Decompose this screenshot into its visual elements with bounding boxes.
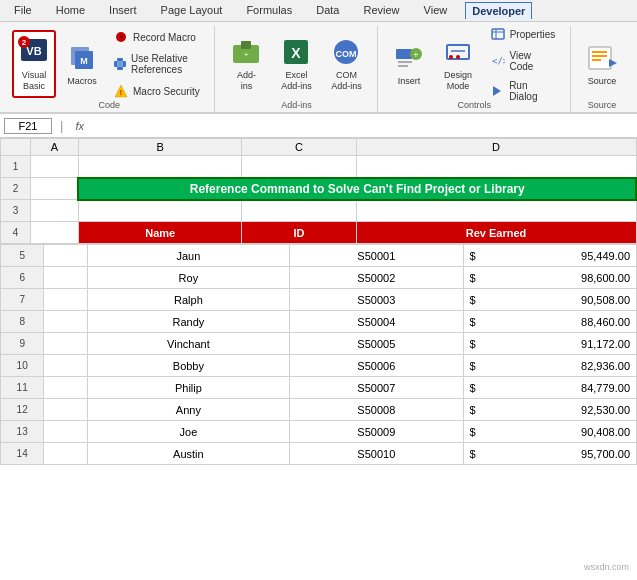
cell-a14[interactable] bbox=[44, 443, 87, 465]
cell-rev-10[interactable]: $ 82,936.00 bbox=[463, 355, 636, 377]
col-header-c: C bbox=[242, 139, 356, 156]
cell-id-9[interactable]: S50005 bbox=[290, 333, 463, 355]
cell-a11[interactable] bbox=[44, 377, 87, 399]
menu-page-layout[interactable]: Page Layout bbox=[155, 2, 229, 19]
cell-name-7[interactable]: Ralph bbox=[87, 289, 289, 311]
dollar-sign: $ bbox=[470, 250, 476, 262]
cell-name-13[interactable]: Joe bbox=[87, 421, 289, 443]
cell-b1[interactable] bbox=[78, 156, 242, 178]
table-row: 11 Philip S50007 $ 84,779.00 bbox=[1, 377, 637, 399]
cell-a12[interactable] bbox=[44, 399, 87, 421]
menu-home[interactable]: Home bbox=[50, 2, 91, 19]
cell-a10[interactable] bbox=[44, 355, 87, 377]
ribbon-group-source: Source Source bbox=[571, 26, 633, 112]
cell-name-9[interactable]: Vinchant bbox=[87, 333, 289, 355]
cell-rev-13[interactable]: $ 90,408.00 bbox=[463, 421, 636, 443]
cell-rev-7[interactable]: $ 90,508.00 bbox=[463, 289, 636, 311]
macros-button[interactable]: M Macros bbox=[60, 30, 104, 98]
menu-insert[interactable]: Insert bbox=[103, 2, 143, 19]
cell-a13[interactable] bbox=[44, 421, 87, 443]
macro-security-text: Macro Security bbox=[133, 86, 200, 97]
com-add-ins-button[interactable]: COM COMAdd-ins bbox=[323, 30, 369, 98]
title-cell[interactable]: Reference Command to Solve Can't Find Pr… bbox=[78, 178, 636, 200]
row-num-10: 10 bbox=[1, 355, 44, 377]
cell-c3[interactable] bbox=[242, 200, 356, 222]
cell-rev-5[interactable]: $ 95,449.00 bbox=[463, 245, 636, 267]
menu-review[interactable]: Review bbox=[357, 2, 405, 19]
visual-basic-button[interactable]: 2 VB VisualBasic bbox=[12, 30, 56, 98]
row-num-14: 14 bbox=[1, 443, 44, 465]
menu-formulas[interactable]: Formulas bbox=[240, 2, 298, 19]
cell-rev-9[interactable]: $ 91,172.00 bbox=[463, 333, 636, 355]
row-num-11: 11 bbox=[1, 377, 44, 399]
row-num-6: 6 bbox=[1, 267, 44, 289]
header-id[interactable]: ID bbox=[242, 222, 356, 244]
insert-control-button[interactable]: + Insert bbox=[386, 30, 431, 98]
cell-name-6[interactable]: Roy bbox=[87, 267, 289, 289]
source-icon bbox=[586, 42, 618, 74]
cell-id-8[interactable]: S50004 bbox=[290, 311, 463, 333]
use-relative-button[interactable]: Use Relative References bbox=[108, 50, 206, 78]
macro-security-icon: ! bbox=[113, 83, 129, 99]
cell-id-6[interactable]: S50002 bbox=[290, 267, 463, 289]
cell-c1[interactable] bbox=[242, 156, 356, 178]
cell-id-14[interactable]: S50010 bbox=[290, 443, 463, 465]
cell-id-11[interactable]: S50007 bbox=[290, 377, 463, 399]
macro-security-button[interactable]: ! Macro Security bbox=[108, 80, 206, 102]
cell-rev-8[interactable]: $ 88,460.00 bbox=[463, 311, 636, 333]
cell-rev-14[interactable]: $ 95,700.00 bbox=[463, 443, 636, 465]
menu-file[interactable]: File bbox=[8, 2, 38, 19]
cell-a3[interactable] bbox=[31, 200, 79, 222]
design-mode-label: DesignMode bbox=[444, 70, 472, 92]
menu-data[interactable]: Data bbox=[310, 2, 345, 19]
design-mode-button[interactable]: DesignMode bbox=[436, 30, 481, 98]
cell-name-11[interactable]: Philip bbox=[87, 377, 289, 399]
cell-a6[interactable] bbox=[44, 267, 87, 289]
cell-a5[interactable] bbox=[44, 245, 87, 267]
cell-id-7[interactable]: S50003 bbox=[290, 289, 463, 311]
header-rev[interactable]: Rev Earned bbox=[356, 222, 636, 244]
cell-a2[interactable] bbox=[31, 178, 79, 200]
cell-name-14[interactable]: Austin bbox=[87, 443, 289, 465]
cell-a1[interactable] bbox=[31, 156, 79, 178]
cell-a8[interactable] bbox=[44, 311, 87, 333]
cell-id-5[interactable]: S50001 bbox=[290, 245, 463, 267]
view-code-button[interactable]: </> View Code bbox=[485, 47, 562, 75]
source-button[interactable]: Source bbox=[579, 30, 625, 98]
cell-rev-11[interactable]: $ 84,779.00 bbox=[463, 377, 636, 399]
cell-name-8[interactable]: Randy bbox=[87, 311, 289, 333]
menu-developer[interactable]: Developer bbox=[465, 2, 532, 19]
cell-b3[interactable] bbox=[78, 200, 242, 222]
row-num-2: 2 bbox=[1, 178, 31, 200]
cell-d3[interactable] bbox=[356, 200, 636, 222]
cell-a7[interactable] bbox=[44, 289, 87, 311]
source-group-content: Source bbox=[579, 30, 625, 98]
header-name[interactable]: Name bbox=[78, 222, 242, 244]
record-macro-button[interactable]: Jaun Record Macro bbox=[108, 26, 206, 48]
excel-add-ins-button[interactable]: X ExcelAdd-ins bbox=[273, 30, 319, 98]
addins-group-label: Add-ins bbox=[281, 98, 312, 110]
cell-reference[interactable]: F21 bbox=[4, 118, 52, 134]
cell-rev-12[interactable]: $ 92,530.00 bbox=[463, 399, 636, 421]
cell-name-5[interactable]: Jaun bbox=[87, 245, 289, 267]
ribbon-group-controls: + Insert DesignMode bbox=[378, 26, 571, 112]
run-dialog-button[interactable]: Run Dialog bbox=[485, 77, 562, 105]
cell-d1[interactable] bbox=[356, 156, 636, 178]
cell-a9[interactable] bbox=[44, 333, 87, 355]
code-group-content: 2 VB VisualBasic M bbox=[12, 30, 206, 98]
spreadsheet: A B C D 1 2 Reference Command to Solve C… bbox=[0, 138, 637, 465]
cell-id-13[interactable]: S50009 bbox=[290, 421, 463, 443]
cell-id-12[interactable]: S50008 bbox=[290, 399, 463, 421]
cell-a4[interactable] bbox=[31, 222, 79, 244]
cell-id-10[interactable]: S50006 bbox=[290, 355, 463, 377]
watermark: wsxdn.com bbox=[584, 562, 629, 572]
row-num-12: 12 bbox=[1, 399, 44, 421]
properties-button[interactable]: Properties bbox=[485, 23, 562, 45]
add-ins-icon: + bbox=[230, 36, 262, 68]
cell-name-12[interactable]: Anny bbox=[87, 399, 289, 421]
add-ins-button[interactable]: + Add-ins bbox=[223, 30, 269, 98]
menu-view[interactable]: View bbox=[418, 2, 454, 19]
view-code-icon: </> bbox=[490, 53, 506, 69]
cell-rev-6[interactable]: $ 98,600.00 bbox=[463, 267, 636, 289]
cell-name-10[interactable]: Bobby bbox=[87, 355, 289, 377]
